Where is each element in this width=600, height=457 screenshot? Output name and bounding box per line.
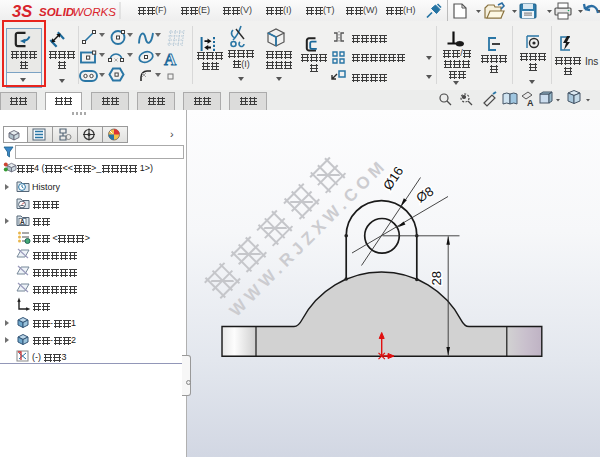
svg-text:WORKS: WORKS — [73, 6, 117, 18]
svg-text:3S: 3S — [12, 2, 32, 20]
svg-text:28: 28 — [429, 271, 444, 285]
svg-text:A: A — [527, 98, 534, 108]
svg-text:Ø8: Ø8 — [413, 183, 436, 205]
svg-text:Ø16: Ø16 — [380, 164, 406, 193]
svg-text:A: A — [20, 218, 25, 225]
svg-text:A: A — [164, 50, 177, 69]
svg-text:SOLID: SOLID — [39, 6, 74, 18]
